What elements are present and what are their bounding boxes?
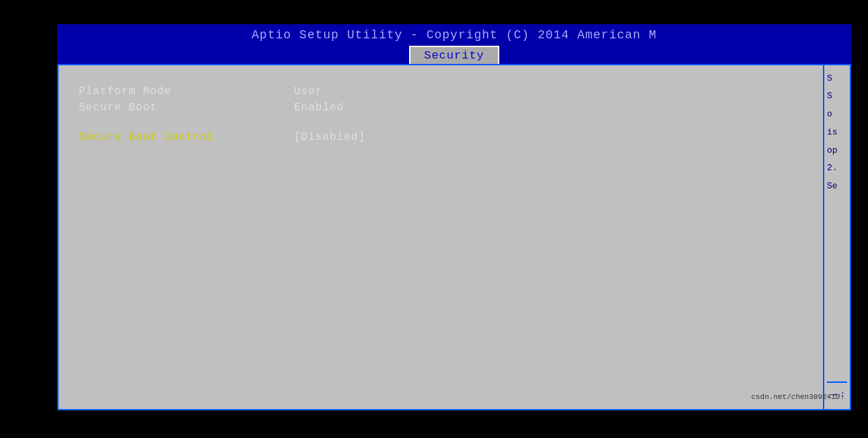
platform-mode-label: Platform Mode [79, 85, 294, 98]
secure-boot-value: Enabled [294, 102, 344, 114]
secure-boot-control-value: [Disabled] [294, 131, 365, 143]
watermark: csdn.net/chen309241D: [751, 393, 844, 401]
secure-boot-label: Secure Boot [79, 102, 294, 114]
watermark-text: csdn.net/chen309241D: [751, 393, 844, 401]
secure-boot-control-row[interactable]: Secure Boot Control [Disabled] [79, 131, 803, 143]
tab-bar: Security [57, 46, 851, 64]
right-panel-line-5: op [827, 144, 847, 158]
right-panel-line-4: is [827, 126, 847, 140]
platform-mode-value: User [294, 85, 322, 98]
main-content: Platform Mode User Secure Boot Enabled S… [57, 64, 851, 410]
right-panel: S S o is op 2. Se →←: [823, 65, 850, 409]
secure-boot-row: Secure Boot Enabled [79, 102, 803, 114]
title-bar-text: Aptio Setup Utility - Copyright (C) 2014… [252, 28, 657, 42]
tab-security[interactable]: Security [409, 46, 499, 64]
title-bar: Aptio Setup Utility - Copyright (C) 2014… [57, 24, 851, 46]
bios-screen: Aptio Setup Utility - Copyright (C) 2014… [57, 24, 851, 414]
spacer [79, 118, 803, 131]
right-panel-line-1: S [827, 72, 847, 86]
right-panel-line-2: S [827, 89, 847, 104]
right-panel-line-3: o [827, 108, 847, 122]
tab-security-label: Security [424, 49, 484, 62]
secure-boot-control-label: Secure Boot Control [79, 131, 294, 143]
right-panel-line-6: 2. [827, 161, 847, 176]
left-panel: Platform Mode User Secure Boot Enabled S… [59, 65, 823, 409]
right-panel-line-7: Se [827, 180, 847, 194]
platform-mode-row: Platform Mode User [79, 85, 803, 98]
